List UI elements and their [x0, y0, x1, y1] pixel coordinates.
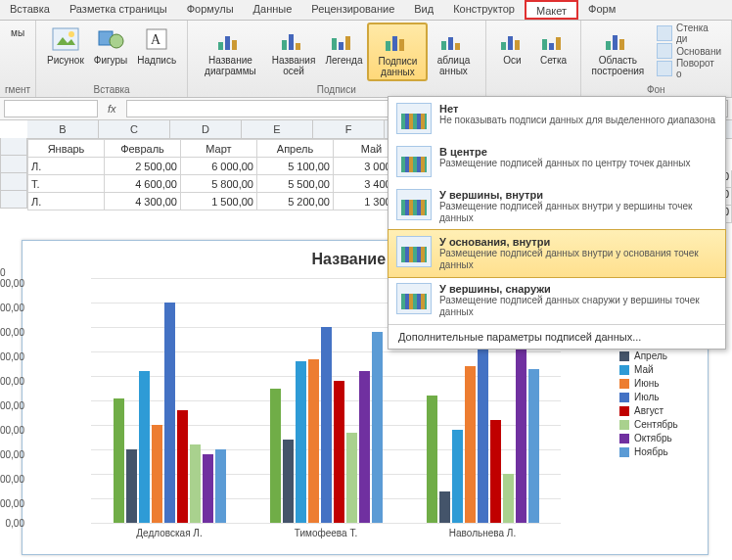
- tab-Вставка[interactable]: Вставка: [0, 0, 60, 20]
- dropdown-option[interactable]: У вершины, снаружиРазмещение подписей да…: [389, 277, 725, 324]
- row-header[interactable]: [0, 138, 27, 156]
- ribbon: мы гмент Рисунок Фигуры A Надпись Вставк…: [0, 21, 732, 98]
- bar[interactable]: [372, 332, 383, 523]
- bar[interactable]: [478, 327, 488, 523]
- insert-shapes-button[interactable]: Фигуры: [89, 23, 132, 69]
- legend-item[interactable]: Апрель: [619, 350, 700, 361]
- data-table-icon: [437, 25, 469, 53]
- legend-item[interactable]: Июнь: [619, 378, 700, 389]
- tab-Макет[interactable]: Макет: [525, 0, 578, 20]
- bar[interactable]: [321, 327, 332, 523]
- cell[interactable]: Т.: [28, 175, 105, 193]
- header-cell[interactable]: Февраль: [105, 140, 181, 158]
- rotate-3d-button[interactable]: Поворот о: [653, 60, 725, 77]
- axis-titles-button[interactable]: Названия осей: [267, 23, 321, 79]
- option-chart-icon: [396, 146, 432, 177]
- cell[interactable]: 5 500,00: [257, 175, 334, 193]
- bar[interactable]: [452, 430, 463, 523]
- bar[interactable]: [346, 433, 357, 524]
- selection-format-btn[interactable]: мы: [6, 23, 29, 41]
- dropdown-option[interactable]: В центреРазмещение подписей данных по це…: [389, 140, 725, 183]
- insert-picture-button[interactable]: Рисунок: [42, 23, 89, 69]
- bar[interactable]: [334, 381, 344, 523]
- tab-Конструктор[interactable]: Конструктор: [443, 0, 525, 20]
- legend-item[interactable]: Июль: [619, 392, 700, 402]
- bar[interactable]: [528, 369, 539, 524]
- dropdown-more-options[interactable]: Дополнительные параметры подписей данных…: [389, 324, 725, 349]
- dropdown-option[interactable]: НетНе показывать подписи данных для выде…: [389, 97, 725, 140]
- cell[interactable]: 4 600,00: [105, 175, 181, 193]
- shapes-icon: [95, 25, 126, 53]
- chart-legend[interactable]: МартАпрельМайИюньИюльАвгустСентябрьОктяб…: [619, 334, 700, 460]
- bar[interactable]: [439, 491, 450, 524]
- bar[interactable]: [139, 371, 150, 523]
- bar[interactable]: [164, 303, 175, 523]
- bar[interactable]: [215, 449, 226, 523]
- legend-item[interactable]: Ноябрь: [619, 446, 700, 457]
- row-header[interactable]: [0, 173, 27, 191]
- row-header[interactable]: [0, 156, 27, 173]
- bar[interactable]: [190, 444, 201, 523]
- col-header[interactable]: C: [99, 120, 170, 138]
- fx-icon[interactable]: fx: [108, 103, 116, 115]
- bar[interactable]: [465, 366, 476, 523]
- bar[interactable]: [427, 396, 437, 523]
- cell[interactable]: 6 000,00: [181, 158, 257, 175]
- gridlines-button[interactable]: Сетка: [533, 23, 574, 69]
- chart-wall-button[interactable]: Стенка ди: [653, 24, 725, 42]
- bar[interactable]: [270, 389, 281, 524]
- header-cell[interactable]: Апрель: [257, 140, 334, 158]
- plot-area-button[interactable]: Область построения: [587, 23, 650, 79]
- legend-button[interactable]: Легенда: [320, 23, 367, 69]
- bar[interactable]: [114, 398, 124, 524]
- tab-Разметка страницы[interactable]: Разметка страницы: [60, 0, 177, 20]
- bar[interactable]: [503, 474, 514, 523]
- cell[interactable]: 4 300,00: [105, 193, 181, 210]
- bar[interactable]: [177, 410, 188, 523]
- col-header[interactable]: E: [242, 120, 313, 138]
- cell[interactable]: Л.: [28, 193, 105, 210]
- cell[interactable]: 1 500,00: [181, 193, 257, 210]
- floor-icon: [657, 43, 672, 59]
- row-header[interactable]: [0, 191, 27, 209]
- tab-Формулы[interactable]: Формулы: [177, 0, 244, 20]
- legend-item[interactable]: Август: [619, 405, 700, 416]
- bar[interactable]: [490, 420, 501, 523]
- cell[interactable]: Л.: [28, 158, 105, 175]
- axes-button[interactable]: Оси: [492, 23, 533, 69]
- legend-item[interactable]: Октябрь: [619, 433, 700, 443]
- bar[interactable]: [126, 449, 137, 523]
- dropdown-option[interactable]: У основания, внутриРазмещение подписей д…: [388, 229, 726, 278]
- bar[interactable]: [308, 359, 319, 524]
- tab-Вид[interactable]: Вид: [404, 0, 443, 20]
- data-labels-button[interactable]: Подписи данных: [367, 23, 428, 81]
- legend-item[interactable]: Май: [619, 364, 700, 375]
- bar[interactable]: [203, 454, 213, 523]
- tab-Данные[interactable]: Данные: [244, 0, 302, 20]
- name-box[interactable]: [4, 100, 98, 117]
- cell[interactable]: 5 100,00: [257, 158, 334, 175]
- bar[interactable]: [152, 425, 162, 523]
- bar[interactable]: [296, 361, 306, 523]
- dropdown-option[interactable]: У вершины, внутриРазмещение подписей дан…: [389, 183, 725, 230]
- data-table-button[interactable]: аблица анных: [428, 23, 479, 79]
- bar-cluster[interactable]: Дедловская Л.: [91, 278, 248, 523]
- bar[interactable]: [516, 327, 526, 523]
- bar[interactable]: [359, 371, 370, 523]
- col-header[interactable]: B: [27, 120, 99, 138]
- option-chart-icon: [396, 189, 432, 220]
- tab-Рецензирование[interactable]: Рецензирование: [301, 0, 404, 20]
- bar[interactable]: [283, 440, 294, 523]
- chart-title-button[interactable]: Название диаграммы: [194, 23, 267, 79]
- cell[interactable]: 2 500,00: [105, 158, 181, 175]
- header-cell[interactable]: Март: [181, 140, 257, 158]
- tab-Форм[interactable]: Форм: [578, 0, 625, 20]
- header-cell[interactable]: Январь: [28, 140, 105, 158]
- bar-cluster[interactable]: Тимофеева Т.: [248, 278, 404, 523]
- cell[interactable]: 5 200,00: [257, 193, 334, 210]
- insert-textbox-button[interactable]: A Надпись: [132, 23, 181, 69]
- legend-item[interactable]: Сентябрь: [619, 419, 700, 430]
- col-header[interactable]: F: [313, 120, 385, 138]
- cell[interactable]: 5 800,00: [181, 175, 257, 193]
- col-header[interactable]: D: [170, 120, 242, 138]
